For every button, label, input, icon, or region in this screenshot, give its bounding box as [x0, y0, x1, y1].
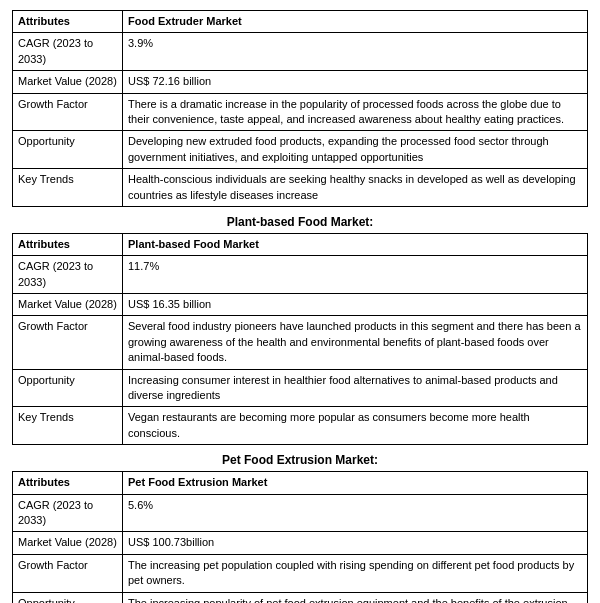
- table-header-attr-2: Attributes: [13, 472, 123, 494]
- row-value-2-1: US$ 100.73billion: [123, 532, 588, 554]
- table-header-value-0: Food Extruder Market: [123, 11, 588, 33]
- table-header-value-1: Plant-based Food Market: [123, 233, 588, 255]
- section-title-1: Plant-based Food Market:: [12, 215, 588, 229]
- market-table-1: AttributesPlant-based Food MarketCAGR (2…: [12, 233, 588, 445]
- table-header-value-2: Pet Food Extrusion Market: [123, 472, 588, 494]
- row-value-2-3: The increasing popularity of pet food ex…: [123, 592, 588, 603]
- market-table-0: AttributesFood Extruder MarketCAGR (2023…: [12, 10, 588, 207]
- table-row: Growth FactorSeveral food industry pione…: [13, 316, 588, 369]
- row-value-2-0: 5.6%: [123, 494, 588, 532]
- row-attribute-0-0: CAGR (2023 to 2033): [13, 33, 123, 71]
- row-value-0-2: There is a dramatic increase in the popu…: [123, 93, 588, 131]
- table-header-attr-0: Attributes: [13, 11, 123, 33]
- row-attribute-2-0: CAGR (2023 to 2033): [13, 494, 123, 532]
- row-attribute-0-3: Opportunity: [13, 131, 123, 169]
- row-value-1-3: Increasing consumer interest in healthie…: [123, 369, 588, 407]
- row-value-0-3: Developing new extruded food products, e…: [123, 131, 588, 169]
- row-value-0-4: Health-conscious individuals are seeking…: [123, 169, 588, 207]
- row-value-1-1: US$ 16.35 billion: [123, 294, 588, 316]
- table-row: OpportunityThe increasing popularity of …: [13, 592, 588, 603]
- row-attribute-0-1: Market Value (2028): [13, 71, 123, 93]
- table-row: Market Value (2028)US$ 100.73billion: [13, 532, 588, 554]
- row-attribute-0-2: Growth Factor: [13, 93, 123, 131]
- row-attribute-1-2: Growth Factor: [13, 316, 123, 369]
- market-table-2: AttributesPet Food Extrusion MarketCAGR …: [12, 471, 588, 603]
- row-attribute-1-4: Key Trends: [13, 407, 123, 445]
- row-value-1-2: Several food industry pioneers have laun…: [123, 316, 588, 369]
- row-value-1-4: Vegan restaurants are becoming more popu…: [123, 407, 588, 445]
- row-attribute-2-1: Market Value (2028): [13, 532, 123, 554]
- row-attribute-2-3: Opportunity: [13, 592, 123, 603]
- table-row: OpportunityDeveloping new extruded food …: [13, 131, 588, 169]
- table-row: OpportunityIncreasing consumer interest …: [13, 369, 588, 407]
- row-value-0-0: 3.9%: [123, 33, 588, 71]
- section-title-2: Pet Food Extrusion Market:: [12, 453, 588, 467]
- row-value-2-2: The increasing pet population coupled wi…: [123, 554, 588, 592]
- row-attribute-2-2: Growth Factor: [13, 554, 123, 592]
- row-attribute-1-0: CAGR (2023 to 2033): [13, 256, 123, 294]
- table-row: Growth FactorThe increasing pet populati…: [13, 554, 588, 592]
- table-row: Market Value (2028)US$ 72.16 billion: [13, 71, 588, 93]
- row-attribute-1-1: Market Value (2028): [13, 294, 123, 316]
- table-row: CAGR (2023 to 2033)11.7%: [13, 256, 588, 294]
- row-attribute-0-4: Key Trends: [13, 169, 123, 207]
- table-row: CAGR (2023 to 2033)3.9%: [13, 33, 588, 71]
- row-value-0-1: US$ 72.16 billion: [123, 71, 588, 93]
- row-attribute-1-3: Opportunity: [13, 369, 123, 407]
- table-row: Key TrendsVegan restaurants are becoming…: [13, 407, 588, 445]
- table-header-attr-1: Attributes: [13, 233, 123, 255]
- table-row: Market Value (2028)US$ 16.35 billion: [13, 294, 588, 316]
- table-row: CAGR (2023 to 2033)5.6%: [13, 494, 588, 532]
- row-value-1-0: 11.7%: [123, 256, 588, 294]
- table-row: Key TrendsHealth-conscious individuals a…: [13, 169, 588, 207]
- table-row: Growth FactorThere is a dramatic increas…: [13, 93, 588, 131]
